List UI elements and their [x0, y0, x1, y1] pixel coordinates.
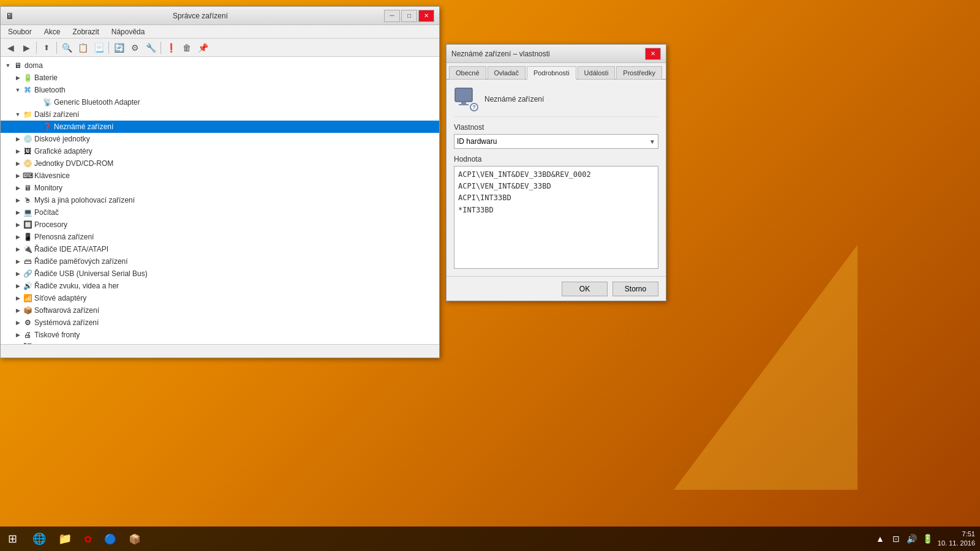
maximize-button[interactable]: □: [401, 10, 417, 22]
tray-volume-icon[interactable]: 🔊: [906, 533, 918, 545]
tree-item-sitove[interactable]: ▶ 📶 Síťové adaptéry: [1, 292, 439, 304]
value-field: Hodnota ACPI\VEN_INT&DEV_33BD&REV_0002AC…: [454, 155, 658, 269]
tree-item-radice-zvuk[interactable]: ▶ 🔊 Řadiče zvuku, videa a her: [1, 280, 439, 292]
tree-item-radice-ide[interactable]: ▶ 🔌 Řadiče IDE ATA/ATAPI: [1, 243, 439, 255]
tree-item-radice-pam[interactable]: ▶ 🗃 Řadiče paměťových zařízení: [1, 255, 439, 268]
toolbar-btn3[interactable]: 🔍: [59, 40, 74, 55]
toolbar-btn7[interactable]: ⚙: [127, 40, 142, 55]
menu-soubor[interactable]: Soubor: [3, 26, 37, 37]
tree-item-monitory[interactable]: ▶ 🖥 Monitory: [1, 182, 439, 194]
tab-udalosti[interactable]: Události: [578, 66, 616, 80]
icon-generic-bt: 📡: [42, 97, 52, 107]
toolbar-btn6[interactable]: 🔄: [111, 40, 126, 55]
icon-mysi: 🖱: [23, 195, 32, 205]
toolbar-btn4[interactable]: 📋: [75, 40, 90, 55]
icon-graficke: 🖼: [23, 146, 32, 156]
expander-baterie[interactable]: ▶: [13, 73, 23, 83]
value-box[interactable]: ACPI\VEN_INT&DEV_33BD&REV_0002ACPI\VEN_I…: [454, 166, 658, 269]
expander-radice-zvuk[interactable]: ▶: [13, 281, 23, 291]
tree-item-radice-usb[interactable]: ▶ 🔗 Řadiče USB (Universal Serial Bus): [1, 268, 439, 280]
tree-item-procesory[interactable]: ▶ 🔲 Procesory: [1, 219, 439, 231]
expander-diskove[interactable]: ▶: [13, 134, 23, 144]
dialog-close-button[interactable]: ✕: [645, 48, 661, 60]
expander-prenosna[interactable]: ▶: [13, 232, 23, 242]
expander-jednotky[interactable]: ▶: [13, 159, 23, 168]
tree-item-mysi[interactable]: ▶ 🖱 Myši a jiná polohovací zařízení: [1, 194, 439, 206]
ok-button[interactable]: OK: [562, 282, 608, 296]
minimize-button[interactable]: ─: [384, 10, 400, 22]
toolbar-up[interactable]: ⬆: [39, 40, 54, 55]
icon-diskove: 💿: [23, 134, 32, 144]
toolbar-sep3: [108, 42, 109, 54]
toolbar-btn5[interactable]: 📃: [91, 40, 106, 55]
toolbar-forward[interactable]: ▶: [19, 40, 34, 55]
menu-akce[interactable]: Akce: [39, 26, 66, 37]
expander-monitory[interactable]: ▶: [13, 183, 23, 193]
taskbar-chrome[interactable]: 🔵: [99, 528, 122, 550]
expander-radice-usb[interactable]: ▶: [13, 269, 23, 279]
label-graficke: Grafické adaptéry: [34, 147, 92, 156]
tray-clock[interactable]: 7:51 10. 11. 2016: [938, 530, 975, 549]
tree-item-generic-bt[interactable]: ▶ 📡 Generic Bluetooth Adapter: [1, 96, 439, 108]
label-pocitac: Počítač: [34, 208, 59, 217]
taskbar-explorer[interactable]: 📁: [53, 528, 77, 550]
property-dropdown-value: ID hardwaru: [457, 137, 497, 146]
expander-pocitac[interactable]: ▶: [13, 208, 23, 217]
tree-item-tiskove[interactable]: ▶ 🖨 Tiskové fronty: [1, 329, 439, 341]
expander-dalsi[interactable]: ▼: [13, 110, 23, 119]
toolbar-btn9[interactable]: ❗: [164, 40, 178, 55]
tree-item-doma[interactable]: ▼ 🖥 doma: [1, 59, 439, 72]
close-button[interactable]: ✕: [418, 10, 434, 22]
expander-mysi[interactable]: ▶: [13, 195, 23, 205]
tab-ovladac[interactable]: Ovladač: [488, 66, 526, 80]
expander-tiskove[interactable]: ▶: [13, 330, 23, 340]
tree-item-nezname[interactable]: ▶ ❓ Neznámé zařízení: [1, 121, 439, 133]
expander-doma[interactable]: ▼: [3, 61, 13, 70]
desktop: 🖥 Správce zařízení ─ □ ✕ Soubor Akce Zob…: [0, 0, 980, 551]
expander-procesory[interactable]: ▶: [13, 220, 23, 230]
tree-item-bluetooth[interactable]: ▼ ⌘ Bluetooth: [1, 84, 439, 96]
tab-obecne[interactable]: Obecné: [449, 66, 486, 80]
tree-item-systemova[interactable]: ▶ ⚙ Systémová zařízení: [1, 317, 439, 329]
start-button[interactable]: ⊞: [0, 527, 24, 551]
tree-item-klavesnice[interactable]: ▶ ⌨ Klávesnice: [1, 170, 439, 182]
expander-sitove[interactable]: ▶: [13, 293, 23, 303]
toolbar-btn8[interactable]: 🔧: [143, 40, 158, 55]
expander-radice-ide[interactable]: ▶: [13, 244, 23, 254]
property-dropdown[interactable]: ID hardwaru ▼: [454, 134, 658, 149]
dialog-window-controls: ✕: [645, 48, 661, 60]
expander-bluetooth[interactable]: ▼: [13, 85, 23, 95]
menu-zobrazit[interactable]: Zobrazit: [67, 26, 104, 37]
toolbar-btn10[interactable]: 🗑: [179, 40, 194, 55]
expander-graficke[interactable]: ▶: [13, 146, 23, 156]
taskbar-app5[interactable]: 📦: [123, 528, 146, 550]
expander-systemova[interactable]: ▶: [13, 318, 23, 328]
expander-radice-pam[interactable]: ▶: [13, 257, 23, 266]
tray-battery-icon[interactable]: 🔋: [922, 533, 934, 545]
menu-napoveda[interactable]: Nápověda: [107, 26, 150, 37]
tray-arrow-icon[interactable]: ▲: [874, 533, 886, 545]
tree-item-prenosna[interactable]: ▶ 📱 Přenosná zařízení: [1, 231, 439, 243]
label-monitory: Monitory: [34, 184, 62, 192]
icon-radice-pam: 🗃: [23, 257, 32, 266]
icon-dalsi: 📁: [23, 110, 32, 119]
taskbar-ie[interactable]: 🌐: [27, 528, 51, 550]
tree-item-softwarova[interactable]: ▶ 📦 Softwarová zařízení: [1, 304, 439, 317]
tab-podrobnosti[interactable]: Podrobnosti: [527, 66, 576, 80]
toolbar-back[interactable]: ◀: [3, 40, 18, 55]
tab-prostredky[interactable]: Prostředky: [616, 66, 662, 80]
icon-klavesnice: ⌨: [23, 171, 32, 181]
expander-softwarova[interactable]: ▶: [13, 305, 23, 315]
tree-item-jednotky[interactable]: ▶ 📀 Jednotky DVD/CD-ROM: [1, 157, 439, 170]
tree-item-graficke[interactable]: ▶ 🖼 Grafické adaptéry: [1, 145, 439, 157]
tree-item-pocitac[interactable]: ▶ 💻 Počítač: [1, 206, 439, 219]
expander-klavesnice[interactable]: ▶: [13, 171, 23, 181]
tree-item-diskove[interactable]: ▶ 💿 Diskové jednotky: [1, 133, 439, 145]
taskbar-app3[interactable]: ✿: [78, 528, 97, 550]
tray-network-icon[interactable]: ⊡: [890, 533, 902, 545]
tree-item-dalsi[interactable]: ▼ 📁 Další zařízení: [1, 108, 439, 121]
cancel-button[interactable]: Storno: [612, 282, 658, 296]
tree-item-baterie[interactable]: ▶ 🔋 Baterie: [1, 72, 439, 84]
tree-view[interactable]: ▼ 🖥 doma ▶ 🔋 Baterie ▼ ⌘ Bluetooth: [1, 57, 439, 344]
toolbar-btn11[interactable]: 📌: [195, 40, 210, 55]
